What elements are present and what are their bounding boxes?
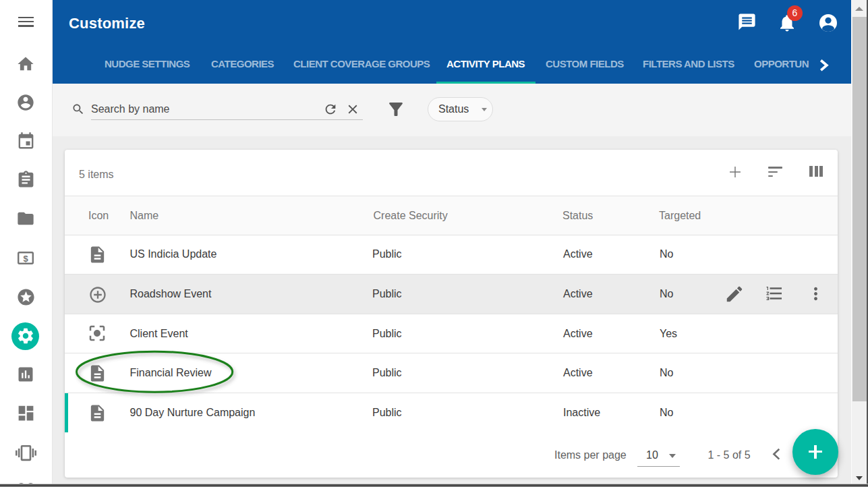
svg-text:$: $ [23, 254, 28, 264]
